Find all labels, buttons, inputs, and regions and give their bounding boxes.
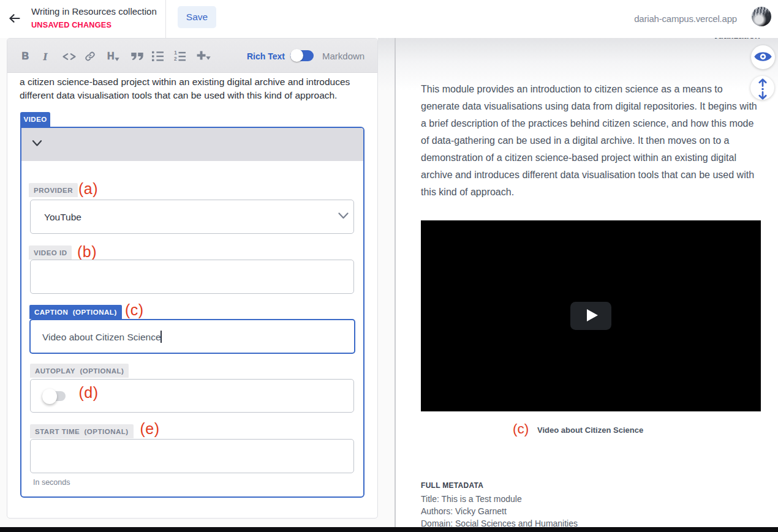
svg-text:2: 2 (174, 56, 177, 62)
svg-text:1: 1 (174, 50, 177, 56)
